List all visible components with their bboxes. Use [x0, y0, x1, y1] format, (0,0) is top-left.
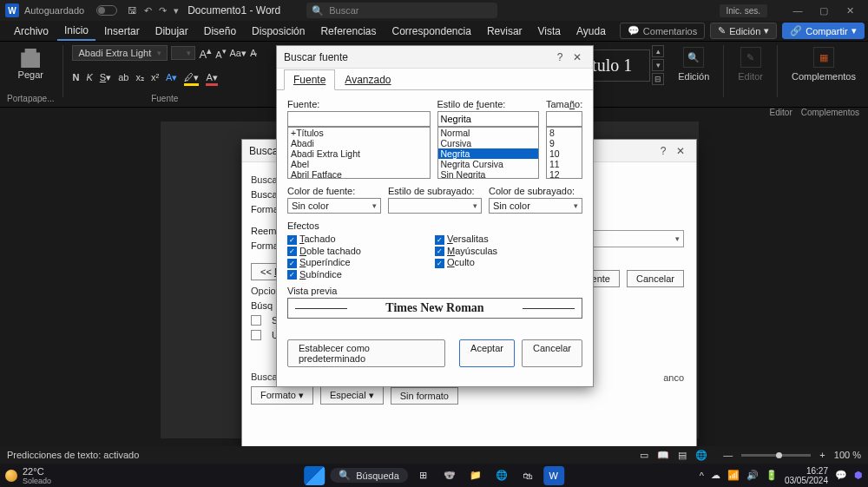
- qat-dropdown-icon[interactable]: ▾: [174, 5, 179, 16]
- app-icon-1[interactable]: 🐨: [439, 466, 460, 485]
- menu-tab-correspondencia[interactable]: Correspondencia: [385, 23, 477, 40]
- change-case-icon[interactable]: Aa▾: [230, 48, 247, 59]
- checkbox[interactable]: [287, 270, 297, 280]
- underline-icon[interactable]: S▾: [100, 72, 111, 86]
- bold-icon[interactable]: N: [72, 72, 79, 86]
- font-size-combo[interactable]: ▾: [171, 46, 195, 60]
- print-layout-icon[interactable]: ▤: [678, 450, 687, 461]
- menu-tab-disposición[interactable]: Disposición: [245, 23, 312, 40]
- checkbox[interactable]: [287, 247, 297, 256]
- menu-tab-diseño[interactable]: Diseño: [197, 23, 243, 40]
- weather-widget[interactable]: 22°C Soleado: [5, 466, 51, 485]
- onedrive-icon[interactable]: ☁: [711, 470, 720, 481]
- checkbox[interactable]: [251, 330, 261, 340]
- edge-icon[interactable]: 🌐: [491, 466, 512, 485]
- list-item[interactable]: Sin Negrita: [438, 169, 539, 179]
- autosave-toggle[interactable]: [96, 5, 117, 16]
- signin-button[interactable]: Inic. ses.: [720, 4, 767, 17]
- list-item[interactable]: Abril Fatface: [288, 169, 430, 179]
- web-layout-icon[interactable]: 🌐: [695, 450, 707, 461]
- search-box[interactable]: 🔍 Buscar: [306, 3, 497, 18]
- save-icon[interactable]: 🖫: [128, 5, 137, 16]
- zoom-out-icon[interactable]: —: [723, 450, 733, 460]
- font-listbox[interactable]: +TítulosAbadiAbadi Extra LightAbelAbril …: [287, 127, 431, 179]
- decrease-font-icon[interactable]: A▾: [215, 46, 226, 60]
- menu-tab-ayuda[interactable]: Ayuda: [569, 23, 613, 40]
- notifications-icon[interactable]: 💬: [835, 470, 847, 481]
- explorer-icon[interactable]: 📁: [465, 466, 486, 485]
- checkbox[interactable]: [287, 235, 297, 245]
- underline-style-dropdown[interactable]: ▾: [388, 198, 482, 214]
- checkbox[interactable]: [435, 235, 444, 245]
- list-item[interactable]: Normal: [438, 128, 539, 138]
- style-listbox[interactable]: NormalCursivaNegritaNegrita CursivaSin N…: [437, 127, 540, 179]
- menu-tab-archivo[interactable]: Archivo: [7, 23, 56, 40]
- clear-format-icon[interactable]: A̶: [250, 48, 257, 59]
- font-name-combo[interactable]: Abadi Extra Light▾: [72, 45, 168, 61]
- comments-button[interactable]: 💬 Comentarios: [620, 23, 705, 39]
- tab-avanzado[interactable]: Avanzado: [335, 69, 400, 90]
- special-dropdown[interactable]: Especial ▾: [320, 386, 384, 405]
- styles-down-icon[interactable]: ▾: [652, 59, 664, 71]
- taskview-icon[interactable]: ⊞: [413, 466, 434, 485]
- volume-icon[interactable]: 🔊: [746, 470, 759, 481]
- minimize-button[interactable]: —: [785, 5, 811, 16]
- editing-group[interactable]: 🔍 Edición: [673, 45, 714, 83]
- close-icon[interactable]: ✕: [569, 51, 586, 63]
- start-button[interactable]: [304, 466, 325, 485]
- checkbox[interactable]: [435, 259, 444, 268]
- font-color-dropdown[interactable]: Sin color▾: [287, 198, 381, 214]
- size-listbox[interactable]: 89101112: [546, 127, 582, 179]
- list-item[interactable]: Abadi Extra Light: [288, 148, 430, 159]
- copilot-icon[interactable]: ⬢: [854, 470, 863, 481]
- menu-tab-vista[interactable]: Vista: [531, 23, 568, 40]
- styles-up-icon[interactable]: ▴: [652, 45, 664, 57]
- word-icon[interactable]: W: [543, 466, 564, 485]
- menu-tab-inicio[interactable]: Inicio: [57, 22, 95, 41]
- subscript-icon[interactable]: x₂: [135, 72, 144, 86]
- font-size-input[interactable]: [546, 111, 582, 127]
- editing-mode-button[interactable]: ✎ Edición ▾: [710, 23, 777, 39]
- menu-tab-revisar[interactable]: Revisar: [480, 23, 529, 40]
- superscript-icon[interactable]: x²: [151, 72, 159, 86]
- list-item[interactable]: 9: [547, 138, 582, 148]
- list-item[interactable]: 8: [547, 128, 582, 138]
- chevron-up-icon[interactable]: ^: [700, 471, 704, 481]
- list-item[interactable]: 10: [547, 148, 582, 159]
- menu-tab-referencias[interactable]: Referencias: [313, 23, 383, 40]
- list-item[interactable]: Cursiva: [438, 138, 539, 148]
- focus-mode-icon[interactable]: ▭: [640, 450, 648, 461]
- checkbox[interactable]: [287, 259, 297, 268]
- menu-tab-insertar[interactable]: Insertar: [97, 23, 147, 40]
- taskbar-search[interactable]: 🔍 Búsqueda: [330, 468, 408, 483]
- accept-button[interactable]: Aceptar: [459, 339, 515, 367]
- wifi-icon[interactable]: 📶: [727, 470, 740, 481]
- close-button[interactable]: ✕: [837, 5, 863, 16]
- list-item[interactable]: +Títulos: [288, 128, 430, 138]
- share-button[interactable]: 🔗 Compartir ▾: [782, 23, 864, 39]
- battery-icon[interactable]: 🔋: [766, 470, 778, 481]
- zoom-in-icon[interactable]: +: [819, 450, 825, 460]
- font-name-input[interactable]: [287, 111, 431, 127]
- close-icon[interactable]: ✕: [672, 145, 689, 157]
- strike-icon[interactable]: ab: [118, 72, 128, 86]
- help-icon[interactable]: ?: [551, 51, 569, 63]
- list-item[interactable]: 12: [547, 169, 582, 179]
- underline-color-dropdown[interactable]: Sin color▾: [489, 198, 582, 214]
- cancel-button[interactable]: Cancelar: [627, 270, 684, 287]
- styles-more-icon[interactable]: ⊟: [652, 73, 664, 85]
- list-item[interactable]: Abel: [288, 159, 430, 169]
- list-item[interactable]: Abadi: [288, 138, 430, 148]
- paste-button[interactable]: Pegar: [15, 45, 47, 83]
- list-item[interactable]: 11: [547, 159, 582, 169]
- store-icon[interactable]: 🛍: [517, 466, 538, 485]
- increase-font-icon[interactable]: A▴: [199, 45, 212, 61]
- highlight-icon[interactable]: 🖊▾: [184, 72, 199, 86]
- zoom-slider[interactable]: [741, 454, 811, 457]
- font-style-input[interactable]: [437, 111, 540, 127]
- menu-tab-dibujar[interactable]: Dibujar: [148, 23, 195, 40]
- clock[interactable]: 16:27 03/05/2024: [785, 466, 828, 485]
- set-default-button[interactable]: Establecer como predeterminado: [287, 339, 445, 367]
- replace-combo[interactable]: ▾: [589, 230, 684, 247]
- font-color-icon[interactable]: A▾: [206, 72, 217, 86]
